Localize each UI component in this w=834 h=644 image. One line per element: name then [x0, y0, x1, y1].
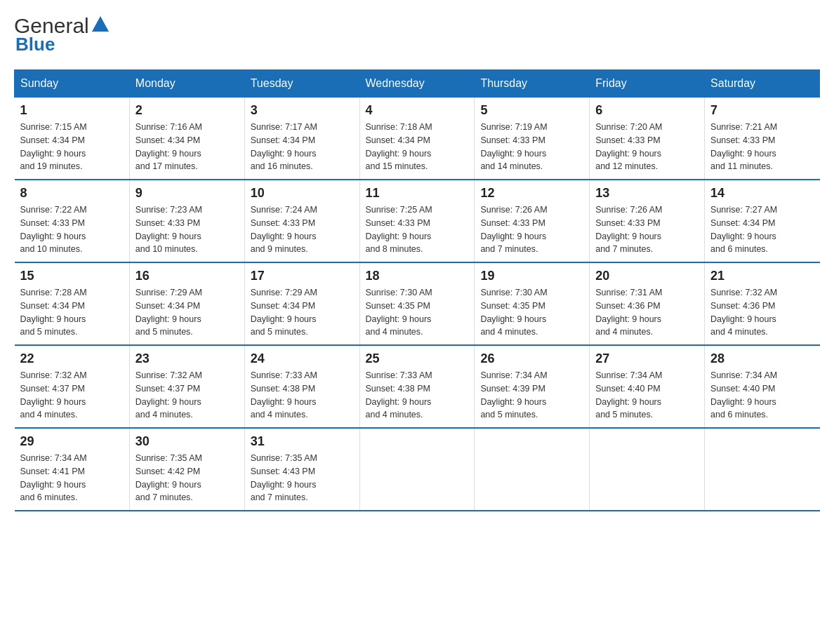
day-number: 1	[20, 103, 124, 118]
day-info: Sunrise: 7:34 AM Sunset: 4:40 PM Dayligh…	[595, 369, 699, 422]
day-number: 18	[366, 269, 469, 283]
day-number: 6	[595, 103, 699, 118]
calendar-cell: 26 Sunrise: 7:34 AM Sunset: 4:39 PM Dayl…	[475, 345, 590, 428]
calendar-cell: 14 Sunrise: 7:27 AM Sunset: 4:34 PM Dayl…	[705, 180, 820, 262]
logo-triangle-icon	[91, 15, 110, 34]
day-info: Sunrise: 7:27 AM Sunset: 4:34 PM Dayligh…	[710, 203, 814, 256]
header-wednesday: Wednesday	[359, 70, 475, 98]
calendar-cell: 23 Sunrise: 7:32 AM Sunset: 4:37 PM Dayl…	[129, 345, 244, 428]
day-info: Sunrise: 7:19 AM Sunset: 4:33 PM Dayligh…	[480, 121, 583, 173]
day-info: Sunrise: 7:34 AM Sunset: 4:40 PM Dayligh…	[710, 369, 814, 422]
day-info: Sunrise: 7:25 AM Sunset: 4:33 PM Dayligh…	[366, 203, 469, 256]
calendar-cell: 16 Sunrise: 7:29 AM Sunset: 4:34 PM Dayl…	[129, 262, 244, 345]
day-info: Sunrise: 7:29 AM Sunset: 4:34 PM Dayligh…	[135, 286, 239, 339]
day-number: 15	[20, 269, 124, 283]
calendar-cell: 20 Sunrise: 7:31 AM Sunset: 4:36 PM Dayl…	[590, 262, 705, 345]
day-info: Sunrise: 7:28 AM Sunset: 4:34 PM Dayligh…	[20, 286, 124, 339]
day-info: Sunrise: 7:26 AM Sunset: 4:33 PM Dayligh…	[480, 203, 583, 256]
calendar-cell: 22 Sunrise: 7:32 AM Sunset: 4:37 PM Dayl…	[15, 345, 130, 428]
day-number: 16	[135, 269, 239, 283]
day-info: Sunrise: 7:23 AM Sunset: 4:33 PM Dayligh…	[135, 203, 239, 256]
calendar-cell: 7 Sunrise: 7:21 AM Sunset: 4:33 PM Dayli…	[705, 98, 820, 180]
calendar-cell: 1 Sunrise: 7:15 AM Sunset: 4:34 PM Dayli…	[15, 98, 130, 180]
day-number: 20	[595, 269, 699, 283]
day-info: Sunrise: 7:32 AM Sunset: 4:36 PM Dayligh…	[710, 286, 814, 339]
day-info: Sunrise: 7:33 AM Sunset: 4:38 PM Dayligh…	[366, 369, 469, 422]
calendar-cell: 11 Sunrise: 7:25 AM Sunset: 4:33 PM Dayl…	[359, 180, 475, 262]
logo: General Blue	[14, 14, 110, 55]
calendar-cell: 24 Sunrise: 7:33 AM Sunset: 4:38 PM Dayl…	[244, 345, 359, 428]
day-info: Sunrise: 7:17 AM Sunset: 4:34 PM Dayligh…	[251, 121, 354, 173]
calendar-cell: 15 Sunrise: 7:28 AM Sunset: 4:34 PM Dayl…	[15, 262, 130, 345]
day-number: 2	[135, 103, 239, 118]
day-number: 29	[20, 434, 124, 449]
calendar-week-row: 8 Sunrise: 7:22 AM Sunset: 4:33 PM Dayli…	[15, 180, 820, 262]
day-info: Sunrise: 7:30 AM Sunset: 4:35 PM Dayligh…	[366, 286, 469, 339]
day-number: 23	[135, 351, 239, 366]
day-number: 19	[480, 269, 583, 283]
header-tuesday: Tuesday	[244, 70, 359, 98]
calendar-cell	[475, 428, 590, 511]
day-number: 14	[710, 186, 814, 201]
calendar-cell: 25 Sunrise: 7:33 AM Sunset: 4:38 PM Dayl…	[359, 345, 475, 428]
day-number: 28	[710, 351, 814, 366]
calendar-week-row: 15 Sunrise: 7:28 AM Sunset: 4:34 PM Dayl…	[15, 262, 820, 345]
calendar-header-row: SundayMondayTuesdayWednesdayThursdayFrid…	[15, 70, 820, 98]
day-number: 12	[480, 186, 583, 201]
day-number: 10	[251, 186, 354, 201]
calendar-cell: 3 Sunrise: 7:17 AM Sunset: 4:34 PM Dayli…	[244, 98, 359, 180]
day-number: 13	[595, 186, 699, 201]
day-info: Sunrise: 7:34 AM Sunset: 4:39 PM Dayligh…	[480, 369, 583, 422]
day-number: 21	[710, 269, 814, 283]
calendar-cell: 4 Sunrise: 7:18 AM Sunset: 4:34 PM Dayli…	[359, 98, 475, 180]
day-info: Sunrise: 7:20 AM Sunset: 4:33 PM Dayligh…	[595, 121, 699, 173]
day-number: 7	[710, 103, 814, 118]
header-sunday: Sunday	[15, 70, 130, 98]
day-info: Sunrise: 7:34 AM Sunset: 4:41 PM Dayligh…	[20, 452, 124, 504]
calendar-cell: 17 Sunrise: 7:29 AM Sunset: 4:34 PM Dayl…	[244, 262, 359, 345]
calendar-week-row: 29 Sunrise: 7:34 AM Sunset: 4:41 PM Dayl…	[15, 428, 820, 511]
calendar-cell: 31 Sunrise: 7:35 AM Sunset: 4:43 PM Dayl…	[244, 428, 359, 511]
header-friday: Friday	[590, 70, 705, 98]
calendar-cell: 21 Sunrise: 7:32 AM Sunset: 4:36 PM Dayl…	[705, 262, 820, 345]
day-info: Sunrise: 7:21 AM Sunset: 4:33 PM Dayligh…	[710, 121, 814, 173]
day-number: 31	[251, 434, 354, 449]
day-info: Sunrise: 7:24 AM Sunset: 4:33 PM Dayligh…	[251, 203, 354, 256]
day-info: Sunrise: 7:15 AM Sunset: 4:34 PM Dayligh…	[20, 121, 124, 173]
calendar-cell: 5 Sunrise: 7:19 AM Sunset: 4:33 PM Dayli…	[475, 98, 590, 180]
calendar-cell: 6 Sunrise: 7:20 AM Sunset: 4:33 PM Dayli…	[590, 98, 705, 180]
calendar-cell: 29 Sunrise: 7:34 AM Sunset: 4:41 PM Dayl…	[15, 428, 130, 511]
day-info: Sunrise: 7:35 AM Sunset: 4:43 PM Dayligh…	[251, 452, 354, 504]
day-number: 24	[251, 351, 354, 366]
day-number: 22	[20, 351, 124, 366]
day-number: 17	[251, 269, 354, 283]
calendar-cell: 30 Sunrise: 7:35 AM Sunset: 4:42 PM Dayl…	[129, 428, 244, 511]
logo-blue-text: Blue	[15, 34, 55, 55]
calendar-cell: 8 Sunrise: 7:22 AM Sunset: 4:33 PM Dayli…	[15, 180, 130, 262]
day-number: 26	[480, 351, 583, 366]
header-thursday: Thursday	[475, 70, 590, 98]
calendar-cell: 10 Sunrise: 7:24 AM Sunset: 4:33 PM Dayl…	[244, 180, 359, 262]
day-number: 11	[366, 186, 469, 201]
day-number: 9	[135, 186, 239, 201]
calendar-cell	[359, 428, 475, 511]
calendar-cell: 19 Sunrise: 7:30 AM Sunset: 4:35 PM Dayl…	[475, 262, 590, 345]
calendar-cell: 28 Sunrise: 7:34 AM Sunset: 4:40 PM Dayl…	[705, 345, 820, 428]
day-info: Sunrise: 7:33 AM Sunset: 4:38 PM Dayligh…	[251, 369, 354, 422]
calendar-table: SundayMondayTuesdayWednesdayThursdayFrid…	[14, 69, 820, 511]
calendar-week-row: 1 Sunrise: 7:15 AM Sunset: 4:34 PM Dayli…	[15, 98, 820, 180]
calendar-week-row: 22 Sunrise: 7:32 AM Sunset: 4:37 PM Dayl…	[15, 345, 820, 428]
day-info: Sunrise: 7:31 AM Sunset: 4:36 PM Dayligh…	[595, 286, 699, 339]
calendar-cell: 27 Sunrise: 7:34 AM Sunset: 4:40 PM Dayl…	[590, 345, 705, 428]
day-info: Sunrise: 7:26 AM Sunset: 4:33 PM Dayligh…	[595, 203, 699, 256]
day-info: Sunrise: 7:16 AM Sunset: 4:34 PM Dayligh…	[135, 121, 239, 173]
day-info: Sunrise: 7:35 AM Sunset: 4:42 PM Dayligh…	[135, 452, 239, 504]
day-number: 4	[366, 103, 469, 118]
calendar-cell	[590, 428, 705, 511]
calendar-cell: 9 Sunrise: 7:23 AM Sunset: 4:33 PM Dayli…	[129, 180, 244, 262]
calendar-cell: 12 Sunrise: 7:26 AM Sunset: 4:33 PM Dayl…	[475, 180, 590, 262]
calendar-cell: 2 Sunrise: 7:16 AM Sunset: 4:34 PM Dayli…	[129, 98, 244, 180]
day-info: Sunrise: 7:32 AM Sunset: 4:37 PM Dayligh…	[135, 369, 239, 422]
day-number: 25	[366, 351, 469, 366]
header-saturday: Saturday	[705, 70, 820, 98]
